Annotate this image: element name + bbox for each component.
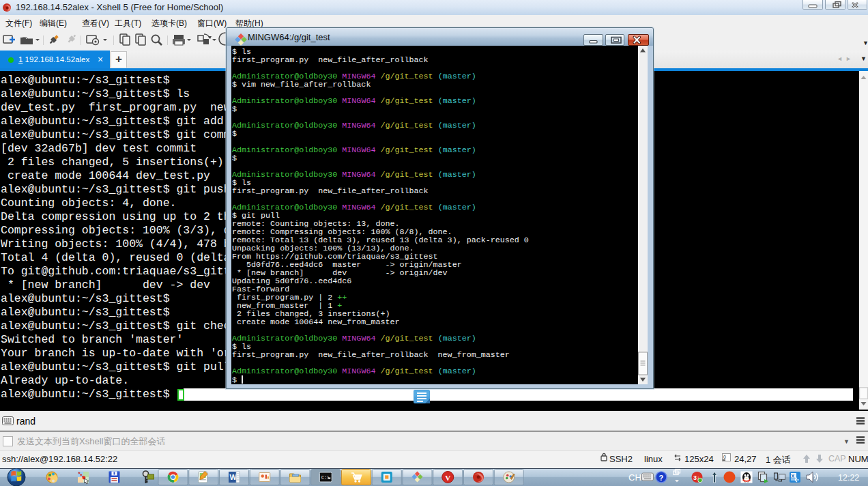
svg-text:?: ?: [659, 474, 664, 482]
svg-text:12:22: 12:22: [838, 473, 859, 483]
svg-text:V: V: [445, 474, 450, 482]
svg-text:CH: CH: [628, 472, 641, 483]
svg-text:X: X: [792, 474, 795, 478]
svg-text:0: 0: [723, 455, 726, 459]
